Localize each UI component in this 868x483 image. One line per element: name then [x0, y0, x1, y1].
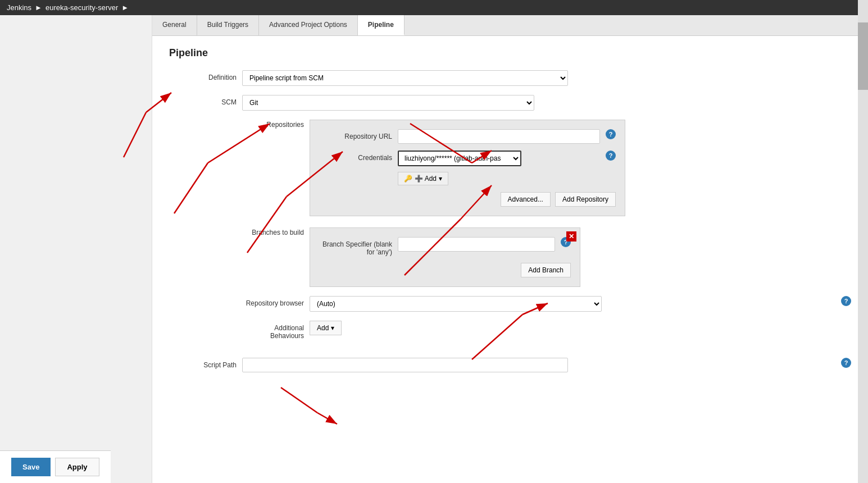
definition-select[interactable]: Pipeline script from SCM Pipeline script	[242, 70, 568, 86]
credentials-control: liuzhiyong/****** (gitlab-auth-pas - non…	[398, 151, 600, 185]
add-dropdown-icon: ▾	[439, 175, 442, 183]
key-icon: 🔑	[404, 175, 412, 183]
credentials-help-icon[interactable]: ?	[606, 151, 616, 161]
tab-advanced-project-options[interactable]: Advanced Project Options	[259, 15, 358, 35]
repo-sub-box: Repository URL http://192.168.17.129:82/…	[310, 120, 625, 216]
branches-label: Branches to build	[242, 225, 304, 236]
script-path-label: Script Path	[169, 358, 237, 369]
repositories-label: Repositories	[242, 117, 304, 129]
breadcrumb-separator: ►	[35, 3, 42, 12]
repo-browser-control: (Auto)	[310, 296, 835, 312]
advanced-button[interactable]: Advanced...	[501, 192, 551, 207]
scrollbar-thumb[interactable]	[858, 22, 868, 90]
branches-box: ✕ Branch Specifier (blank for 'any') */m…	[310, 225, 580, 287]
apply-button[interactable]: Apply	[55, 458, 99, 476]
branch-specifier-label: Branch Specifier (blank for 'any')	[319, 237, 392, 256]
left-panel	[0, 15, 152, 483]
additional-behaviours-label: Additional Behaviours	[242, 321, 304, 340]
tab-build-triggers[interactable]: Build Triggers	[197, 15, 259, 35]
behaviours-dropdown-icon: ▾	[331, 324, 334, 332]
repo-browser-help-icon[interactable]: ?	[841, 296, 851, 306]
credentials-add-button[interactable]: 🔑 ➕ Add ▾	[398, 172, 448, 185]
script-path-input[interactable]: Jenkinsfile	[242, 358, 568, 372]
repo-browser-row: Repository browser (Auto) ?	[242, 296, 851, 312]
top-bar: Jenkins ► eureka-security-server ►	[0, 0, 868, 15]
repo-url-input[interactable]: http://192.168.17.129:82/eureka_group/eu…	[398, 129, 600, 144]
save-button[interactable]: Save	[11, 458, 51, 476]
repo-browser-label: Repository browser	[242, 296, 304, 307]
credentials-row: Credentials liuzhiyong/****** (gitlab-au…	[319, 151, 616, 185]
scm-label: SCM	[169, 95, 237, 106]
repositories-box: Repository URL http://192.168.17.129:82/…	[310, 117, 625, 216]
repo-url-label: Repository URL	[319, 129, 392, 140]
credentials-label: Credentials	[319, 151, 392, 162]
scm-control: None Git Repositories Repository URL	[242, 95, 851, 349]
tab-general[interactable]: General	[152, 15, 197, 35]
branch-btn-row: Add Branch	[319, 263, 571, 277]
section-title: Pipeline	[169, 47, 851, 59]
add-branch-button[interactable]: Add Branch	[521, 263, 571, 277]
additional-behaviours-row: Additional Behaviours Add ▾	[242, 321, 851, 340]
scm-select[interactable]: None Git	[242, 95, 534, 111]
script-path-help-icon[interactable]: ?	[841, 358, 851, 368]
add-repository-button[interactable]: Add Repository	[555, 192, 616, 207]
repo-url-control: http://192.168.17.129:82/eureka_group/eu…	[398, 129, 600, 144]
script-path-row: Script Path Jenkinsfile ?	[169, 358, 851, 372]
repositories-row: Repositories Repository URL http://192.1…	[242, 117, 851, 216]
add-behaviours-button[interactable]: Add ▾	[310, 321, 342, 335]
branch-sub-box: ✕ Branch Specifier (blank for 'any') */m…	[310, 227, 580, 287]
tabs-bar: General Build Triggers Advanced Project …	[152, 15, 868, 36]
definition-row: Definition Pipeline script from SCM Pipe…	[169, 70, 851, 86]
definition-label: Definition	[169, 70, 237, 81]
repo-url-row: Repository URL http://192.168.17.129:82/…	[319, 129, 616, 144]
bottom-buttons: Save Apply	[0, 450, 111, 483]
branch-specifier-row: Branch Specifier (blank for 'any') */mas…	[319, 237, 571, 256]
branch-specifier-input[interactable]: */master	[398, 237, 555, 252]
repo-btn-row: Advanced... Add Repository	[319, 192, 616, 207]
project-name[interactable]: eureka-security-server	[46, 3, 118, 12]
additional-behaviours-control: Add ▾	[310, 321, 342, 335]
breadcrumb-arrow: ►	[121, 3, 129, 12]
scrollbar[interactable]	[858, 0, 868, 483]
pipeline-form: Pipeline Definition Pipeline script from…	[152, 36, 868, 393]
close-branch-button[interactable]: ✕	[566, 231, 576, 241]
branches-row: Branches to build ✕ Branch Specifier (bl…	[242, 225, 851, 287]
scm-row: SCM None Git Repositories	[169, 95, 851, 349]
script-path-control: Jenkinsfile	[242, 358, 835, 372]
repo-url-help-icon[interactable]: ?	[606, 129, 616, 139]
content-area: General Build Triggers Advanced Project …	[152, 15, 868, 483]
branch-specifier-control: */master	[398, 237, 555, 252]
definition-control: Pipeline script from SCM Pipeline script	[242, 70, 851, 86]
jenkins-logo[interactable]: Jenkins	[7, 3, 31, 12]
tab-pipeline[interactable]: Pipeline	[358, 15, 405, 35]
credentials-select[interactable]: liuzhiyong/****** (gitlab-auth-pas - non…	[398, 151, 521, 166]
repo-browser-select[interactable]: (Auto)	[310, 296, 602, 312]
